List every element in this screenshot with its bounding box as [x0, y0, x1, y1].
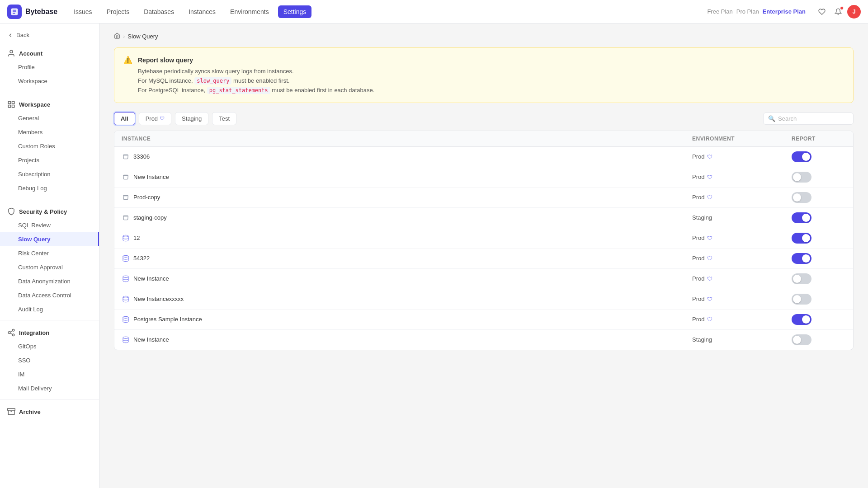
nav-databases[interactable]: Databases: [138, 5, 179, 18]
report-cell: [792, 192, 846, 203]
instance-icon: [122, 254, 130, 263]
pro-plan-link[interactable]: Pro Plan: [736, 8, 759, 15]
svg-point-15: [123, 276, 128, 277]
env-cell: Prod 🛡: [692, 255, 792, 262]
filter-test[interactable]: Test: [212, 112, 236, 125]
nav-settings[interactable]: Settings: [278, 5, 312, 18]
report-toggle[interactable]: [792, 253, 811, 264]
table-row: New Instance Prod 🛡: [114, 269, 853, 289]
sidebar-item-custom-approval[interactable]: Custom Approval: [0, 260, 99, 274]
env-cell: Prod 🛡: [692, 275, 792, 282]
report-toggle[interactable]: [792, 233, 811, 244]
sidebar-item-profile[interactable]: Profile: [0, 60, 99, 74]
report-toggle[interactable]: [792, 172, 811, 183]
sidebar-item-slow-query[interactable]: Slow Query: [0, 232, 99, 246]
sidebar-item-members[interactable]: Members: [0, 125, 99, 139]
env-shield-icon: 🛡: [707, 316, 712, 323]
search-input[interactable]: [778, 115, 849, 122]
toggle-knob: [793, 173, 801, 181]
filter-staging[interactable]: Staging: [175, 112, 208, 125]
report-toggle[interactable]: [792, 273, 811, 284]
report-toggle[interactable]: [792, 314, 811, 325]
sidebar-item-general[interactable]: General: [0, 111, 99, 125]
report-cell: [792, 294, 846, 305]
instance-icon: [122, 275, 130, 283]
enterprise-plan-link[interactable]: Enterprise Plan: [763, 8, 806, 15]
toggle-knob: [793, 336, 801, 344]
divider-4: [0, 399, 99, 399]
report-toggle[interactable]: [792, 151, 811, 162]
col-instance: Instance: [122, 136, 692, 142]
col-report: Report: [792, 136, 846, 142]
sidebar-section-integration: Integration GitOps SSO IM Mail Delivery: [0, 324, 99, 395]
table-body: 33306 Prod 🛡 New Instance Prod 🛡 Pro: [114, 147, 853, 350]
instance-cell: Prod-copy: [122, 193, 692, 202]
report-cell: [792, 334, 846, 345]
search-box[interactable]: 🔍: [763, 113, 854, 125]
env-name: Prod: [692, 235, 704, 241]
env-name: Staging: [692, 214, 712, 221]
env-cell: Prod 🛡: [692, 153, 792, 160]
report-toggle[interactable]: [792, 334, 811, 345]
sidebar-section-archive: Archive: [0, 403, 99, 418]
table-row: New Instance Prod 🛡: [114, 167, 853, 188]
help-icon-btn[interactable]: [815, 5, 829, 19]
svg-rect-3: [12, 101, 14, 103]
report-toggle[interactable]: [792, 212, 811, 223]
info-banner-line3: For PostgreSQL instance, pg_stat_stateme…: [138, 86, 374, 95]
toggle-knob: [793, 295, 801, 303]
env-cell: Prod 🛡: [692, 316, 792, 323]
info-banner-title: Report slow query: [138, 55, 374, 65]
bell-icon-btn[interactable]: [831, 5, 845, 19]
sidebar-item-debug-log[interactable]: Debug Log: [0, 181, 99, 195]
user-avatar[interactable]: J: [847, 5, 861, 19]
table-row: 33306 Prod 🛡: [114, 147, 853, 167]
nav-issues[interactable]: Issues: [68, 5, 97, 18]
svg-point-8: [12, 334, 14, 336]
env-cell: Prod 🛡: [692, 235, 792, 241]
logo[interactable]: Bytebase: [7, 5, 57, 19]
sidebar-item-data-anonymization[interactable]: Data Anonymization: [0, 274, 99, 288]
instance-name: staging-copy: [133, 214, 167, 221]
sidebar-item-gitops[interactable]: GitOps: [0, 339, 99, 353]
sidebar-item-im[interactable]: IM: [0, 367, 99, 381]
sidebar-item-custom-roles[interactable]: Custom Roles: [0, 139, 99, 153]
info-banner: ⚠️ Report slow query Bytebase periodical…: [114, 47, 854, 103]
sidebar-item-audit-log[interactable]: Audit Log: [0, 302, 99, 316]
svg-point-18: [123, 337, 128, 338]
sidebar-item-subscription[interactable]: Subscription: [0, 167, 99, 181]
env-name: Prod: [692, 174, 704, 180]
instance-name: New Instance: [133, 336, 169, 343]
report-toggle[interactable]: [792, 294, 811, 305]
sidebar-item-data-access-control[interactable]: Data Access Control: [0, 288, 99, 302]
filter-prod[interactable]: Prod 🛡: [139, 112, 171, 125]
sidebar-item-risk-center[interactable]: Risk Center: [0, 246, 99, 260]
env-shield-icon: 🛡: [707, 255, 712, 262]
report-toggle[interactable]: [792, 192, 811, 203]
instance-name: New Instance: [133, 275, 169, 282]
sidebar-item-workspace-top[interactable]: Workspace: [0, 74, 99, 88]
env-name: Prod: [692, 194, 704, 201]
sidebar-item-projects[interactable]: Projects: [0, 153, 99, 167]
filter-all[interactable]: All: [114, 112, 135, 125]
workspace-section-header: Workspace: [0, 96, 99, 111]
home-icon[interactable]: [114, 33, 120, 40]
nav-environments[interactable]: Environments: [225, 5, 274, 18]
free-plan-link[interactable]: Free Plan: [707, 8, 732, 15]
instance-cell: 54322: [122, 254, 692, 263]
instance-cell: New Instance: [122, 336, 692, 344]
security-section-label: Security & Policy: [19, 208, 67, 215]
svg-rect-5: [8, 105, 10, 108]
nav-instances[interactable]: Instances: [183, 5, 221, 18]
sidebar-item-mail-delivery[interactable]: Mail Delivery: [0, 381, 99, 395]
env-shield-icon: 🛡: [707, 154, 712, 160]
sidebar-item-sso[interactable]: SSO: [0, 353, 99, 367]
account-section-header: Account: [0, 45, 99, 60]
instance-icon: [122, 336, 130, 344]
back-button[interactable]: Back: [0, 27, 99, 43]
svg-point-16: [123, 296, 128, 298]
info-banner-content: Report slow query Bytebase periodically …: [138, 55, 374, 95]
divider-1: [0, 92, 99, 92]
sidebar-item-sql-review[interactable]: SQL Review: [0, 218, 99, 232]
nav-projects[interactable]: Projects: [101, 5, 135, 18]
